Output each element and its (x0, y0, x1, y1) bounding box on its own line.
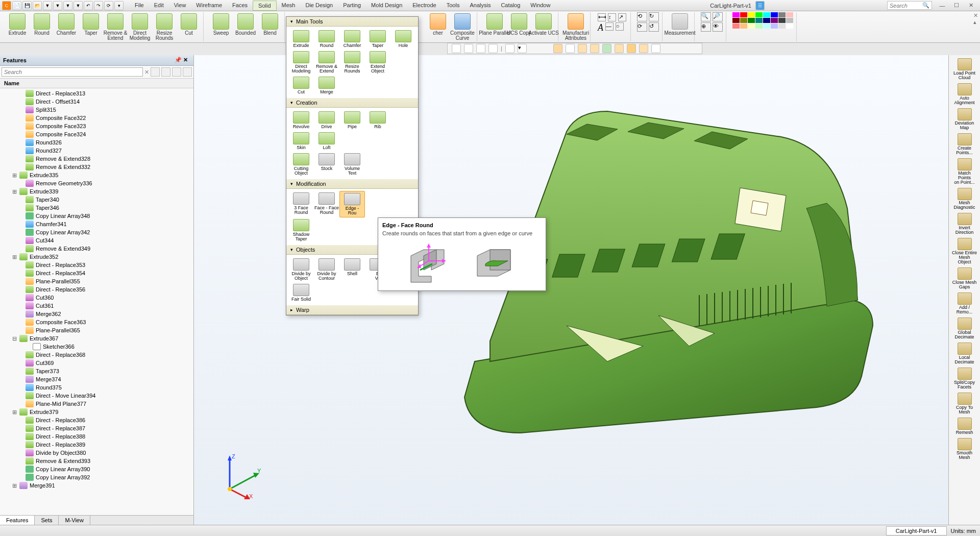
color-swatch[interactable] (771, 12, 778, 17)
vt-btn[interactable] (452, 44, 461, 53)
qat-refresh[interactable]: ⟳ (104, 1, 113, 10)
qat-drop1[interactable]: ▼ (43, 1, 52, 10)
ribbon-taper[interactable]: Taper (80, 12, 102, 37)
feature-node[interactable]: Direct - Replace356 (0, 285, 193, 294)
panel-tool-volume-text[interactable]: Volume Text (339, 152, 365, 177)
menu-mesh[interactable]: Mesh (277, 1, 301, 11)
panel-tool-remove-extend[interactable]: Remove &Extend (314, 50, 339, 75)
vt-btn[interactable] (476, 44, 485, 53)
feature-node[interactable]: Remove Geometry336 (0, 179, 193, 187)
panel-section-header[interactable]: ▾Modification (286, 179, 418, 189)
right-tool-smooth-mesh[interactable]: SmoothMesh (951, 437, 978, 461)
right-tool-copy-to-mesh[interactable]: Copy ToMesh (951, 392, 978, 416)
maximize-button[interactable]: ☐ (949, 1, 964, 10)
feature-node[interactable]: Cut344 (0, 236, 193, 245)
feature-node[interactable]: Plane-Parallel355 (0, 277, 193, 285)
search-icon[interactable]: 🔍 (922, 2, 929, 9)
panel-tool-drive[interactable]: Drive (314, 110, 339, 131)
feature-node[interactable]: Direct - Move Linear394 (0, 392, 193, 400)
ribbon-cher[interactable]: cher (427, 12, 449, 37)
panel-tool-face-face-round[interactable]: Face - FaceRound (314, 191, 339, 217)
feature-node[interactable]: Cut369 (0, 359, 193, 367)
search-box[interactable]: 🔍 (887, 1, 932, 10)
qat-new[interactable]: 📄 (12, 1, 21, 10)
vt-btn[interactable] (590, 44, 599, 53)
ribbon-manufacturi-attributes[interactable]: ManufacturiAttributes (565, 12, 587, 42)
right-tool-close-mesh-gaps[interactable]: Close MeshGaps (951, 266, 978, 290)
color-swatch[interactable] (786, 12, 793, 17)
feature-node[interactable]: Plane-Mid Plane377 (0, 400, 193, 408)
ribbon-chamfer[interactable]: Chamfer (55, 12, 78, 37)
ribbon-measurement[interactable]: Measurement (669, 12, 691, 37)
menu-faces[interactable]: Faces (227, 1, 253, 11)
feature-node[interactable]: ⊞Extrude335 (0, 171, 193, 179)
feature-node[interactable]: Taper340 (0, 196, 193, 204)
right-tool-add-remo-[interactable]: Add /Remo... (951, 291, 978, 315)
panel-tool-revolve[interactable]: Revolve (288, 110, 314, 131)
panel-section-header[interactable]: ▾Main Tools (286, 17, 418, 27)
feature-node[interactable]: Direct - Replace388 (0, 432, 193, 441)
menu-parting[interactable]: Parting (338, 1, 366, 11)
color-swatch[interactable] (740, 23, 747, 29)
feature-node[interactable]: ⊞Extrude352 (0, 253, 193, 261)
features-tab-m-view[interactable]: M-View (59, 516, 90, 525)
filter-btn[interactable] (172, 67, 181, 77)
color-swatch[interactable] (732, 18, 740, 23)
qat-redo[interactable]: ↷ (94, 1, 103, 10)
menu-catalog[interactable]: Catalog (496, 1, 525, 11)
qat-save[interactable]: 💾 (22, 1, 32, 10)
panel-tool-shadow-taper[interactable]: ShadowTaper (288, 217, 314, 243)
vt-btn[interactable] (602, 44, 611, 53)
feature-node[interactable]: Remove & Extend393 (0, 457, 193, 465)
color-swatch[interactable] (786, 23, 793, 29)
feature-node[interactable]: Copy Linear Array390 (0, 465, 193, 473)
menu-analysis[interactable]: Analysis (464, 1, 496, 11)
vt-btn[interactable]: ▾ (518, 44, 527, 53)
ribbon-remove-extend[interactable]: Remove &Extend (104, 12, 127, 42)
feature-node[interactable]: Round375 (0, 383, 193, 392)
feature-node[interactable]: Direct - Replace313 (0, 89, 193, 98)
menu-electrode[interactable]: Electrode (407, 1, 441, 11)
vt-btn[interactable] (464, 44, 473, 53)
vt-btn[interactable] (651, 44, 660, 53)
menu-mold-design[interactable]: Mold Design (366, 1, 407, 11)
qat-more[interactable]: ▾ (114, 1, 124, 10)
ribbon-sweep[interactable]: Sweep (210, 12, 232, 37)
feature-node[interactable]: Sketcher366 (0, 343, 193, 351)
feature-node[interactable]: Direct - Replace353 (0, 261, 193, 269)
color-swatch[interactable] (748, 23, 755, 29)
right-tool-load-point-cloud[interactable]: Load PointCloud (951, 57, 978, 81)
feature-node[interactable]: Round327 (0, 147, 193, 155)
panel-tool-stock[interactable]: Stock (314, 152, 339, 177)
vt-btn[interactable] (639, 44, 648, 53)
feature-node[interactable]: Split315 (0, 106, 193, 114)
menu-wireframe[interactable]: Wireframe (191, 1, 227, 11)
feature-node[interactable]: Direct - Replace386 (0, 416, 193, 424)
name-column-header[interactable]: Name (0, 79, 193, 88)
feature-node[interactable]: Direct - Replace354 (0, 269, 193, 277)
panel-section-header[interactable]: ▸Warp (286, 305, 418, 315)
panel-tool-loft[interactable]: Loft (314, 131, 339, 152)
ribbon-resize-rounds[interactable]: ResizeRounds (153, 12, 176, 42)
feature-node[interactable]: Direct - Offset314 (0, 98, 193, 106)
qat-drop3[interactable]: ▼ (63, 1, 72, 10)
features-tab-sets[interactable]: Sets (35, 516, 59, 525)
ribbon-collapse-icon[interactable]: ✕▴ (973, 12, 978, 26)
ribbon-direct-modeling[interactable]: DirectModeling (129, 12, 151, 42)
vt-btn[interactable] (578, 44, 587, 53)
vt-btn[interactable] (488, 44, 498, 53)
feature-node[interactable]: Composite Face322 (0, 114, 193, 122)
feature-node[interactable]: Taper346 (0, 204, 193, 212)
vt-btn[interactable] (553, 44, 562, 53)
ribbon-blend[interactable]: Blend (259, 12, 281, 37)
panel-tool-rib[interactable]: Rib (365, 110, 390, 131)
feature-node[interactable]: Remove & Extend332 (0, 163, 193, 171)
feature-node[interactable]: Remove & Extend328 (0, 155, 193, 163)
features-search-input[interactable] (2, 67, 143, 77)
color-swatch[interactable] (748, 18, 755, 23)
panel-tool-hole[interactable]: Hole (390, 29, 416, 50)
feature-node[interactable]: Copy Linear Array342 (0, 228, 193, 236)
qat-drop4[interactable]: ▼ (74, 1, 83, 10)
feature-node[interactable]: Direct - Replace368 (0, 351, 193, 359)
color-swatch[interactable] (748, 12, 755, 17)
